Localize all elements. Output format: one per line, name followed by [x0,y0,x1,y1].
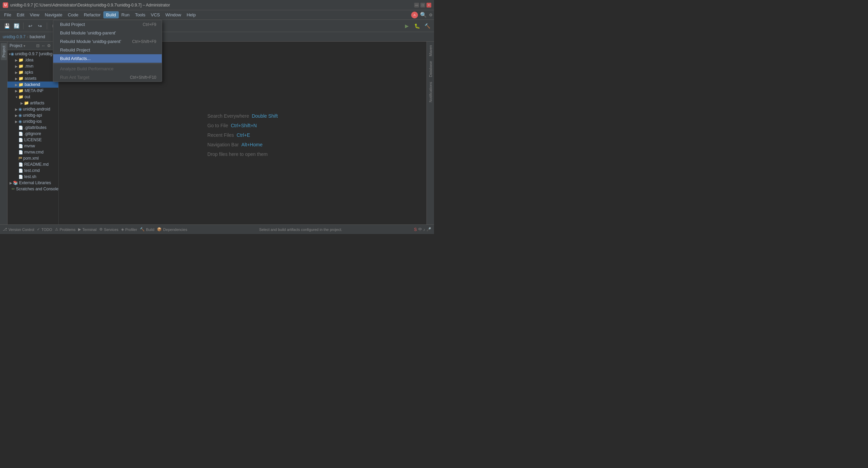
panel-settings-button[interactable]: ⚙ [47,43,51,48]
terminal-status[interactable]: ▶ Terminal [78,227,97,232]
tree-item-backend[interactable]: ▶ 📁 backend [8,82,58,88]
version-control-status[interactable]: ⎇ Version Control [3,227,34,232]
file-icon-gitignore: 📄 [18,132,23,136]
ime-zh-icon: 中 [418,227,422,232]
menu-code[interactable]: Code [65,11,81,18]
menu-vcs[interactable]: VCS [148,11,163,18]
tree-item-assets[interactable]: ▶ 📁 assets [8,75,58,82]
nav-folder[interactable]: backend [30,34,45,39]
tree-item-extlibs[interactable]: ▶ 📚 External Libraries [8,180,58,186]
tree-arrow-idea: ▶ [14,58,18,62]
tree-item-scratches[interactable]: ▶ ✏ Scratches and Consoles [8,186,58,192]
menu-build-artifacts[interactable]: Build Artifacts... [53,54,162,63]
tree-item-license[interactable]: ▶ 📄 LICENSE [8,137,58,143]
tree-item-gitattributes[interactable]: ▶ 📄 .gitattributes [8,125,58,131]
collapse-all-button[interactable]: ⊟ [36,43,40,48]
tree-item-mvnw[interactable]: ▶ 📄 mvnw [8,143,58,149]
nav-project[interactable]: unidbg-0.9.7 [3,34,26,39]
title-bar-controls: — □ ✕ [414,3,431,8]
terminal-icon: ▶ [78,227,81,232]
tree-item-android[interactable]: ▶ ◉ unidbg-android [8,106,58,112]
tree-label-mvnwcmd: mvnw.cmd [24,150,44,155]
menu-refactor[interactable]: Refactor [81,11,103,18]
nav-path: unidbg-0.9.7 › backend [3,34,45,39]
hint-label-recent: Recent Files [207,132,234,138]
undo-button[interactable]: ↩ [26,22,34,30]
menu-navigate[interactable]: Navigate [42,11,65,18]
tree-item-readme[interactable]: ▶ 📄 README.md [8,161,58,167]
tree-item-apks[interactable]: ▶ 📁 apks [8,69,58,75]
tree-item-idea[interactable]: ▶ 📁 .idea [8,57,58,63]
menu-build-project[interactable]: Build Project Ctrl+F9 [53,20,162,29]
build-button[interactable]: 🔨 [423,22,431,30]
hint-drop-files: Drop files here to open them [207,151,278,157]
todo-status[interactable]: ✓ TODO [37,227,52,232]
menu-rebuild-module[interactable]: Rebuild Module 'unidbg-parent' Ctrl+Shif… [53,37,162,46]
notifications-tab[interactable]: Notifications [428,80,434,104]
panel-title-arrow[interactable]: ▾ [24,44,25,48]
menu-build[interactable]: Build [103,11,119,18]
menu-file[interactable]: File [1,11,14,18]
menu-build-module-label: Build Module 'unidbg-parent' [60,30,116,35]
menu-run[interactable]: Run [119,11,132,18]
save-all-button[interactable]: 💾 [3,22,11,30]
tree-view[interactable]: ▾ ◉ unidbg-0.9.7 [unidbg-parent] C:\User… [8,50,58,224]
file-icon-license: 📄 [18,138,23,142]
menu-rebuild-project-label: Rebuild Project [60,47,90,53]
menu-analyze-build[interactable]: Analyze Build Performance [53,64,162,73]
maximize-button[interactable]: □ [420,3,425,8]
tree-item-gitignore[interactable]: ▶ 📄 .gitignore [8,131,58,137]
folder-icon-metainf: 📁 [18,88,24,93]
dependencies-status[interactable]: 📦 Dependencies [157,227,187,232]
tree-item-ios[interactable]: ▶ ◉ unidbg-ios [8,118,58,125]
tree-label-pomxml: pom.xml [23,156,39,161]
tree-arrow-api: ▶ [14,114,18,117]
database-tab[interactable]: Database [428,59,434,79]
debug-button[interactable]: 🐛 [413,22,421,30]
status-bar: ⎇ Version Control ✓ TODO ⚠ Problems ▶ Te… [0,224,434,234]
menu-tools[interactable]: Tools [132,11,148,18]
services-status[interactable]: ⚙ Services [99,227,118,232]
tree-item-artifacts[interactable]: ▶ 📁 artifacts [8,100,58,106]
menu-help[interactable]: Help [184,11,199,18]
title-bar-left: U unidbg-0.9.7 [C:\Users\Administrator\D… [3,2,170,8]
menu-separator-1 [53,63,162,64]
problems-status[interactable]: ⚠ Problems [55,227,75,232]
build-status[interactable]: 🔨 Build [140,227,154,232]
menu-window[interactable]: Window [163,11,184,18]
tree-item-metainf[interactable]: ▶ 📁 META-INF [8,88,58,94]
menu-edit[interactable]: Edit [14,11,27,18]
search-everywhere-icon[interactable]: 🔍 [420,12,427,18]
tree-arrow-backend: ▶ [14,83,18,87]
problems-label: Problems [60,228,75,232]
project-tab[interactable]: Project [1,43,7,60]
tree-label-extlibs: External Libraries [19,180,51,185]
tree-item-testcmd[interactable]: ▶ 📄 test.cmd [8,167,58,174]
menu-view[interactable]: View [27,11,42,18]
tree-item-mvnwcmd[interactable]: ▶ 📄 mvnw.cmd [8,149,58,155]
autoscroll-button[interactable]: ↔ [41,43,46,48]
module-icon-android: ◉ [18,107,22,112]
minimize-button[interactable]: — [414,3,419,8]
services-label: Services [104,228,118,232]
menu-build-module[interactable]: Build Module 'unidbg-parent' [53,29,162,37]
tree-label-root: unidbg-0.9.7 [unidbg-parent] [15,52,58,56]
settings-icon[interactable]: ⚙ [429,13,433,17]
tree-item-testsh[interactable]: ▶ 📄 test.sh [8,174,58,180]
tree-item-out[interactable]: ▾ 📁 out [8,94,58,100]
tree-item-root[interactable]: ▾ ◉ unidbg-0.9.7 [unidbg-parent] C:\User… [8,51,58,57]
menu-analyze-build-label: Analyze Build Performance [60,66,114,71]
sync-button[interactable]: 🔄 [12,22,20,30]
tree-item-mvn[interactable]: ▶ 📁 .mvn [8,63,58,69]
menu-rebuild-module-shortcut: Ctrl+Shift+F9 [132,39,156,44]
close-button[interactable]: ✕ [426,3,431,8]
tree-item-pomxml[interactable]: ▶ ⛿ pom.xml [8,155,58,161]
maven-tab[interactable]: Maven [428,43,434,58]
menu-run-ant[interactable]: Run Ant Target Ctrl+Shift+F10 [53,73,162,82]
profiler-status[interactable]: ◈ Profiler [121,227,137,232]
user-avatar[interactable]: A [411,12,418,18]
tree-item-api[interactable]: ▶ ◉ unidbg-api [8,112,58,118]
menu-rebuild-project[interactable]: Rebuild Project [53,46,162,54]
redo-button[interactable]: ↪ [36,22,44,30]
run-button[interactable]: ▶ [403,22,411,30]
